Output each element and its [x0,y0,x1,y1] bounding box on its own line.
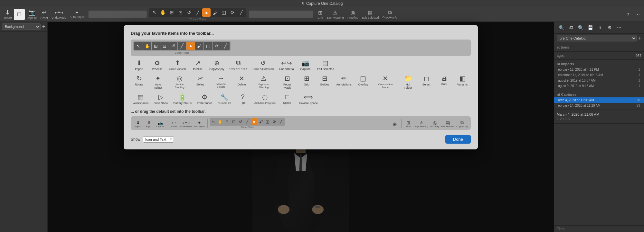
capture-item-1[interactable]: arch 4, 2020 at 11:08 AM 30 [554,97,644,103]
drag-item-tips[interactable]: ? Tips [234,92,251,106]
ptb-brush[interactable]: ◫ [204,42,212,50]
import-item-3[interactable]: ugust 9, 2019 at 10:07 AM 1 [554,78,644,83]
ct-crop[interactable]: ⊡ [176,8,185,17]
drag-item-styles[interactable]: ✂ Styles [192,73,209,91]
done-button[interactable]: Done [445,135,471,144]
dst-spinner[interactable]: ✳ [390,121,399,128]
ct-rotate[interactable]: ↺ [185,8,193,17]
ptb-circle[interactable]: ● [186,42,195,50]
search-input-right[interactable] [249,11,313,18]
dst-ct-paint[interactable]: 🖌 [258,118,264,125]
toolbar-item-reset[interactable]: ↩ Reset [39,8,50,20]
help-icon[interactable]: ? [623,10,632,19]
drag-item-copy-apply[interactable]: ⊕ Copy/Apply [207,58,226,72]
dst-capture[interactable]: 📷 Capture [155,120,165,128]
drag-item-grid[interactable]: ⊞ Grid [298,73,315,91]
ct-hand[interactable]: ✋ [159,8,167,17]
drag-item-import[interactable]: ⬇ Import [131,58,147,72]
import-item-2[interactable]: eptember 11, 2019 at 10:16 AM 1 [554,72,644,78]
ct-ruler[interactable]: ╱ [194,8,202,17]
drag-item-hot-folder[interactable]: 📁 Hot Folder [399,73,417,91]
rp-icon-3[interactable]: 🔍 [576,23,585,32]
more-options-icon[interactable]: ⋯ [633,10,642,19]
dst-ct-ruler[interactable]: ╱ [244,118,251,125]
drag-item-undo-redo[interactable]: ↩↪ Undo/Redo [277,58,296,72]
dst-ct-brush[interactable]: ◫ [264,118,271,125]
drag-item-annotations[interactable]: ✏ Annotations [334,73,353,91]
drag-item-customize[interactable]: 🔧 Customize [215,92,233,106]
toolbar-item-capture[interactable]: 📷 Capture [25,8,39,20]
drag-item-battery-status[interactable]: 🔋 Battery Status [171,92,194,106]
rp-icon-2[interactable]: 🏷 [566,23,575,32]
drag-item-delete[interactable]: ✕ Delete [233,73,250,91]
dst-ct-heal[interactable]: ╱ [278,118,284,125]
ct-heal[interactable]: ╱ [237,8,245,17]
ptb-rotate[interactable]: ↺ [169,42,177,50]
toolbar-item-exp-warning[interactable]: ⚠ Exp. Warning [325,9,346,20]
catalog-select[interactable]: ure One Catalog [557,35,637,41]
drag-item-reset-adj[interactable]: ↺ Reset Adjustments [251,58,276,72]
drag-item-flexible-space[interactable]: ⟺ Flexible Space [297,92,320,106]
dst-undo-redo[interactable]: ↩↪ Undo/Redo [180,120,192,128]
toolbar-item-import[interactable]: ⬇ Import [2,8,14,20]
dst-exp-warning[interactable]: ⚠ Exp. Warning [414,120,429,128]
ptb-clone[interactable]: ⟳ [213,42,221,50]
dst-grid[interactable]: ⊞ Grid [403,120,413,128]
ct-loupe[interactable]: ⊞ [167,8,176,17]
drag-item-publish[interactable]: ↗ Publish [189,58,206,72]
capture-item-2[interactable]: ebruary 14, 2020 at 11:29 AM 29 [554,103,644,108]
dst-proofing[interactable]: ◎ Proofing [430,120,440,128]
ptb-arrow[interactable]: ↖ [134,42,143,50]
ct-circle[interactable]: ● [202,8,211,17]
background-select[interactable]: Background [2,23,41,30]
dst-ct-loupe[interactable]: ⊞ [224,118,230,125]
drag-item-capture[interactable]: 📷 Capture [297,58,314,72]
drag-item-export-variants[interactable]: ⬆ Export Variants [167,58,188,72]
search-input-left[interactable] [89,11,147,18]
import-item-4[interactable]: ugust 9, 2019 at 9:45 AM 1 [554,83,644,89]
ptb-paint[interactable]: 🖌 [195,42,204,50]
dst-ct-rotate[interactable]: ↺ [237,118,244,125]
dst-export[interactable]: ⬆ Export [144,120,154,128]
import-item-1[interactable]: ebruary 12, 2020 at 4:21 PM 1 [554,67,644,72]
drag-item-guides[interactable]: ⊟ Guides [316,73,333,91]
dst-ct-circle[interactable]: ● [251,118,257,125]
toolbar-item-edit-selected[interactable]: ▤ Edit Selected [360,9,380,20]
ct-paint[interactable]: 🖌 [211,8,219,17]
add-panel-button[interactable]: + [42,24,45,30]
dst-ct-hand[interactable]: ✋ [217,118,223,125]
dst-import[interactable]: ⬇ Import [133,120,143,128]
drag-item-select[interactable]: ◻ Select [418,73,435,91]
drag-item-workspaces[interactable]: ▦ Workspaces [131,92,150,106]
toolbar-canvas[interactable]: □ [14,9,25,20]
drag-item-activities-progress[interactable]: ◌ Activities Progress [252,92,278,106]
drag-item-edit-selected[interactable]: ▤ Edit Selected [315,58,336,72]
drag-item-move-to-selects[interactable]: → Move to Selects [210,73,232,91]
ct-eraser[interactable]: ◫ [220,8,228,17]
ct-arrow[interactable]: ↖ [150,8,158,17]
drag-item-exposure-warning[interactable]: ⚠ Exposure Warning [251,73,276,91]
rp-icon-4[interactable]: 💾 [586,23,595,32]
ptb-hand[interactable]: ✋ [143,42,151,50]
ptb-crop[interactable]: ⊡ [160,42,169,50]
toolbar-item-undo[interactable]: ↩↪ Undo/Redo [50,9,68,20]
dst-auto-adjust[interactable]: ✦ Auto Adjust [193,120,205,128]
drag-item-rotate[interactable]: ↻ Rotate [131,73,147,91]
drag-item-copy-and-apply[interactable]: ⧉ Copy and Apply [227,58,249,72]
dst-ct-clone[interactable]: ⟳ [271,118,278,125]
drag-item-composition-mode[interactable]: ✕ Composition Mode [373,73,398,91]
toolbar-item-copy-apply[interactable]: ⧉ Copy/Apply [381,9,399,20]
ptb-ruler[interactable]: ╱ [178,42,186,50]
drag-item-focus-mask[interactable]: ⊡ Focus Mask [278,73,297,91]
dst-copy-apply[interactable]: ⧉ Copy/Apply [456,119,468,128]
ptb-loupe[interactable]: ⊞ [152,42,160,50]
drag-item-variants[interactable]: ◧ Variants [454,73,471,91]
dst-ct-arrow[interactable]: ↖ [210,118,217,125]
dst-edit-selected[interactable]: ▤ Edit Selected [441,120,455,128]
rp-icon-5[interactable]: ℹ [595,23,604,32]
ptb-heal[interactable]: ╱ [221,42,230,50]
ct-clone[interactable]: ⟳ [228,8,237,17]
drag-item-process[interactable]: ⚙ Process [149,58,166,72]
catalog-add-button[interactable]: + [638,35,641,41]
drag-item-preferences[interactable]: ⚙ Preferences [195,92,214,106]
